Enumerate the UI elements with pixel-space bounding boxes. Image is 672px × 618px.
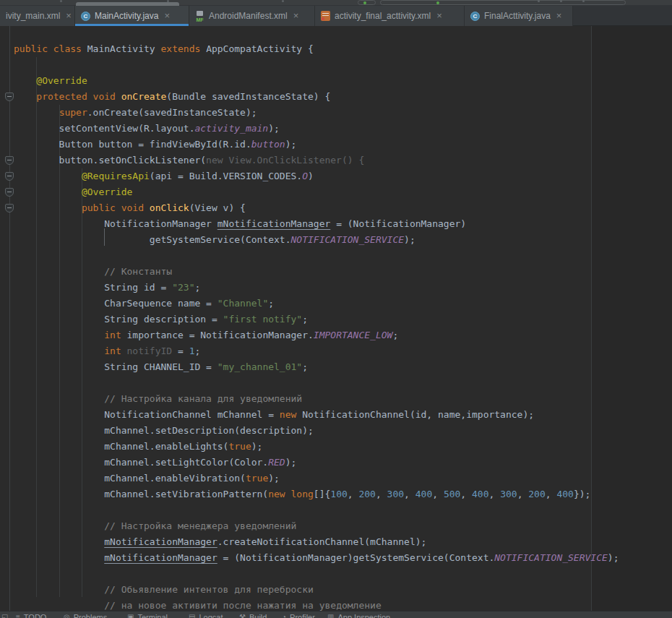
toolbar-icon-partial — [282, 0, 284, 2]
close-icon[interactable]: × — [556, 12, 562, 20]
tool-window-label: Terminal — [137, 613, 168, 618]
code-line: protected void onCreate(Bundle savedInst… — [14, 89, 619, 105]
close-icon[interactable]: × — [436, 12, 442, 20]
tool-window-bar: ◱ ≡TODO◎Problems▣Terminal▤Logcat⚒Build◔P… — [0, 611, 672, 618]
code-line: CharSequence name = "Channel"; — [14, 296, 619, 312]
code-line: String description = "first notify"; — [14, 312, 619, 327]
tab-label: AndroidManifest.xml — [209, 11, 288, 21]
code-line: int notifyID = 1; — [14, 343, 619, 359]
run-icon — [363, 1, 366, 4]
tool-window-button-build[interactable]: ⚒Build — [239, 613, 267, 618]
tab-label: MainActivity.java — [95, 11, 158, 21]
manifest-icon: MF — [195, 11, 204, 22]
tool-window-corner-icon[interactable]: ◱ — [1, 613, 8, 618]
logcat-icon: ▤ — [189, 613, 195, 618]
code-line — [14, 502, 619, 518]
code-line: mNotificationManager.createNotificationC… — [14, 534, 619, 550]
code-line: getSystemService(Context.NOTIFICATION_SE… — [14, 232, 619, 248]
java-class-icon: C — [81, 12, 90, 21]
tool-window-button-app-inspection[interactable]: ▥App Inspection — [327, 613, 390, 618]
code-line — [14, 57, 619, 73]
tool-window-button-logcat[interactable]: ▤Logcat — [189, 613, 223, 618]
code-line: @Override — [14, 73, 619, 89]
code-line: // на новое активити после нажатия на ув… — [14, 598, 619, 611]
tool-window-label: TODO — [24, 613, 47, 618]
tool-window-label: Problems — [74, 613, 107, 618]
code-line — [14, 566, 619, 582]
tool-window-button-problems[interactable]: ◎Problems — [64, 613, 107, 618]
android-studio-window: ivity_main.xml×CMainActivity.java×MFAndr… — [0, 0, 672, 618]
code-line: // Настройка менеджера уведомлений — [14, 518, 619, 534]
fold-collapse-icon[interactable] — [5, 93, 14, 101]
tab-activity-final-acttivity-xml[interactable]: activity_final_acttivity.xml× — [315, 6, 465, 26]
tool-window-button-profiler[interactable]: ◔Profiler — [282, 613, 315, 618]
toolbar-icon-partial — [60, 0, 62, 2]
tab-androidmanifest-xml[interactable]: MFAndroidManifest.xml× — [189, 6, 315, 26]
fold-collapse-icon[interactable] — [5, 188, 14, 197]
toolbar-icon-partial — [560, 0, 562, 2]
editor-tab-bar: ivity_main.xml×CMainActivity.java×MFAndr… — [0, 6, 672, 26]
app-inspection-icon: ▥ — [327, 613, 334, 618]
code-line — [14, 375, 619, 391]
tab-label: ivity_main.xml — [6, 11, 60, 21]
code-line: @RequiresApi(api = Build.VERSION_CODES.O… — [14, 168, 619, 184]
code-line: public void onClick(View v) { — [14, 200, 619, 216]
device-selector-partial[interactable] — [380, 0, 626, 5]
code-line: button.setOnClickListener(new View.OnCli… — [14, 153, 619, 168]
tab-label: FinalActtivity.java — [484, 11, 551, 21]
toolbar-run-button-partial[interactable] — [358, 0, 376, 5]
layout-xml-icon — [321, 11, 330, 21]
close-icon[interactable]: × — [293, 12, 299, 20]
device-status-icon — [436, 1, 439, 4]
code-line: public class MainActivity extends AppCom… — [14, 41, 619, 57]
code-line: Button button = findViewById(R.id.button… — [14, 137, 619, 153]
code-line: super.onCreate(savedInstanceState); — [14, 105, 619, 121]
toolbar-icon-partial — [167, 0, 169, 2]
build-hammer-icon: ⚒ — [239, 613, 246, 618]
code-line: int importance = NotificationManager.IMP… — [14, 327, 619, 343]
code-line: // Обьявление интентов для переброски — [14, 582, 619, 598]
code-line: mChannel.enableLights(true); — [14, 439, 619, 455]
close-icon[interactable]: × — [66, 12, 72, 20]
tab-label: activity_final_acttivity.xml — [335, 11, 431, 21]
code-line: mChannel.enableVibration(true); — [14, 471, 619, 486]
tool-window-label: Build — [249, 613, 267, 618]
code-line: NotificationManager mNotificationManager… — [14, 216, 619, 232]
code-line: // Настройка канала для уведомлений — [14, 391, 619, 407]
code-line: // Константы — [14, 264, 619, 280]
code-line — [14, 248, 619, 264]
fold-collapse-icon[interactable] — [5, 204, 14, 213]
tool-window-button-todo[interactable]: ≡TODO — [16, 613, 46, 618]
code-line: String id = "23"; — [14, 280, 619, 296]
tool-window-label: Logcat — [199, 613, 223, 618]
tab-ivity-main-xml[interactable]: ivity_main.xml× — [0, 6, 75, 26]
toolbar-icon-partial — [538, 0, 540, 2]
terminal-icon: ▣ — [127, 613, 134, 618]
profiler-icon: ◔ — [282, 613, 286, 618]
code-line: mChannel.setLightColor(Color.RED); — [14, 455, 619, 471]
fold-collapse-icon[interactable] — [5, 156, 14, 165]
toolbar-icon-partial — [582, 0, 585, 2]
tool-window-button-terminal[interactable]: ▣Terminal — [127, 613, 168, 618]
gutter-fold-line — [9, 26, 10, 611]
code-line: mChannel.setVibrationPattern(new long[]{… — [14, 486, 619, 502]
code-line: @Override — [14, 184, 619, 200]
code-line: mChannel.setDescription(description); — [14, 423, 619, 439]
java-class-icon: C — [470, 12, 480, 21]
code-line: setContentView(R.layout.activity_main); — [14, 121, 619, 137]
code-area[interactable]: public class MainActivity extends AppCom… — [14, 41, 619, 611]
todo-list-icon: ≡ — [16, 613, 20, 618]
code-line: String CHANNEL_ID = "my_channel_01"; — [14, 359, 619, 375]
code-editor[interactable]: public class MainActivity extends AppCom… — [0, 26, 672, 611]
close-icon[interactable]: × — [164, 12, 170, 20]
fold-collapse-icon[interactable] — [5, 172, 14, 181]
tool-window-label: App Inspection — [337, 613, 390, 618]
main-toolbar-partial — [0, 0, 672, 6]
tool-window-label: Profiler — [290, 613, 315, 618]
tab-mainactivity-java[interactable]: CMainActivity.java× — [75, 6, 189, 26]
code-line: mNotificationManager = (NotificationMana… — [14, 550, 619, 566]
code-line: NotificationChannel mChannel = new Notif… — [14, 407, 619, 423]
problems-circle-icon: ◎ — [64, 613, 70, 618]
tab-finalacttivity-java[interactable]: CFinalActtivity.java× — [465, 6, 573, 26]
